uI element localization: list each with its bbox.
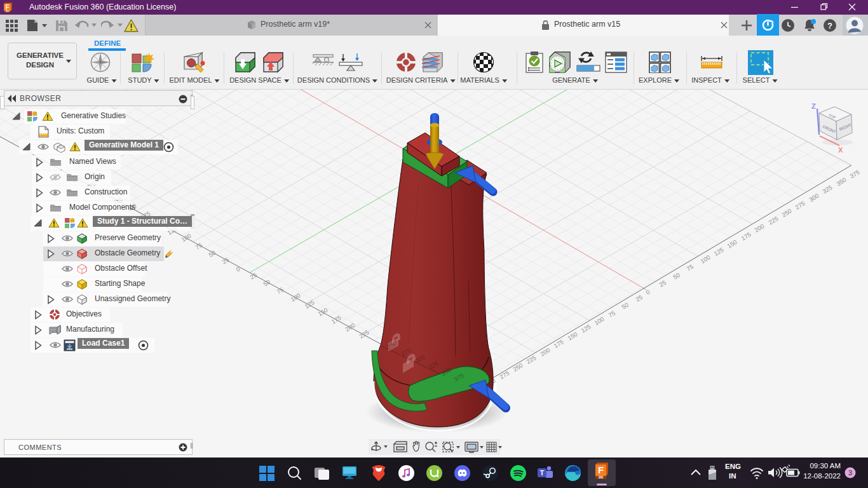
svg-text:F: F [598,464,604,475]
svg-text:T: T [540,469,545,477]
svg-text:12-08-2022: 12-08-2022 [803,472,841,480]
svg-text:09:30 AM: 09:30 AM [810,462,841,470]
svg-text:3: 3 [848,469,852,477]
svg-text:IN: IN [729,472,736,480]
svg-text:?: ? [827,21,832,30]
svg-text:Z: Z [811,102,816,110]
svg-text:X: X [838,146,843,154]
svg-text:360: 360 [599,476,604,479]
svg-text:ENG: ENG [725,463,741,470]
svg-text:360: 360 [6,10,10,13]
